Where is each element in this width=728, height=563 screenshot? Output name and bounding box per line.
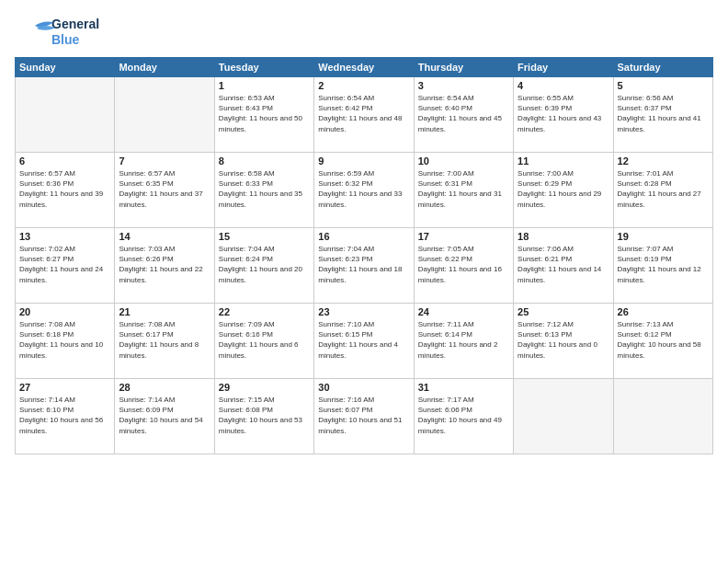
calendar-cell: 22 Sunrise: 7:09 AM Sunset: 6:16 PM Dayl… bbox=[214, 304, 313, 379]
sunset: Sunset: 6:07 PM bbox=[318, 405, 409, 415]
calendar-cell: 30 Sunrise: 7:16 AM Sunset: 6:07 PM Dayl… bbox=[314, 379, 414, 454]
day-number: 8 bbox=[219, 155, 310, 167]
daylight: Daylight: 11 hours and 41 minutes. bbox=[618, 113, 709, 133]
day-info: Sunrise: 7:07 AM Sunset: 6:19 PM Dayligh… bbox=[618, 244, 709, 285]
daylight: Daylight: 11 hours and 39 minutes. bbox=[19, 189, 110, 209]
weekday-header-thursday: Thursday bbox=[414, 58, 513, 77]
daylight: Daylight: 11 hours and 48 minutes. bbox=[318, 113, 409, 133]
day-info: Sunrise: 7:01 AM Sunset: 6:28 PM Dayligh… bbox=[618, 168, 709, 210]
day-number: 25 bbox=[518, 306, 609, 317]
day-number: 1 bbox=[219, 80, 310, 91]
sunrise: Sunrise: 6:56 AM bbox=[618, 93, 709, 103]
sunrise: Sunrise: 6:59 AM bbox=[318, 168, 409, 178]
day-info: Sunrise: 7:09 AM Sunset: 6:16 PM Dayligh… bbox=[219, 319, 310, 361]
calendar-cell: 16 Sunrise: 7:04 AM Sunset: 6:23 PM Dayl… bbox=[314, 228, 414, 304]
sunset: Sunset: 6:16 PM bbox=[219, 329, 310, 339]
day-number: 3 bbox=[418, 80, 509, 91]
weekday-header-row: SundayMondayTuesdayWednesdayThursdayFrid… bbox=[16, 58, 713, 77]
sunrise: Sunrise: 7:08 AM bbox=[19, 319, 110, 329]
logo: General Blue bbox=[15, 15, 99, 50]
sunset: Sunset: 6:09 PM bbox=[119, 405, 210, 415]
sunset: Sunset: 6:33 PM bbox=[219, 178, 310, 189]
calendar-cell: 28 Sunrise: 7:14 AM Sunset: 6:09 PM Dayl… bbox=[115, 379, 214, 454]
daylight: Daylight: 11 hours and 18 minutes. bbox=[318, 264, 409, 284]
calendar-table: SundayMondayTuesdayWednesdayThursdayFrid… bbox=[15, 57, 713, 454]
day-number: 7 bbox=[119, 155, 210, 167]
sunset: Sunset: 6:08 PM bbox=[219, 405, 310, 415]
day-number: 23 bbox=[318, 306, 409, 317]
day-number: 30 bbox=[318, 382, 409, 393]
daylight: Daylight: 11 hours and 45 minutes. bbox=[418, 113, 509, 133]
day-number: 5 bbox=[618, 80, 709, 91]
sunrise: Sunrise: 6:57 AM bbox=[119, 168, 210, 178]
daylight: Daylight: 10 hours and 54 minutes. bbox=[119, 415, 210, 435]
calendar-cell: 25 Sunrise: 7:12 AM Sunset: 6:13 PM Dayl… bbox=[514, 304, 613, 379]
daylight: Daylight: 11 hours and 29 minutes. bbox=[518, 189, 609, 209]
daylight: Daylight: 11 hours and 14 minutes. bbox=[518, 264, 609, 284]
daylight: Daylight: 10 hours and 49 minutes. bbox=[418, 415, 509, 435]
sunset: Sunset: 6:37 PM bbox=[618, 103, 709, 113]
sunrise: Sunrise: 7:17 AM bbox=[418, 395, 509, 405]
day-number: 4 bbox=[518, 80, 609, 91]
calendar-cell: 21 Sunrise: 7:08 AM Sunset: 6:17 PM Dayl… bbox=[115, 304, 214, 379]
sunset: Sunset: 6:17 PM bbox=[119, 329, 210, 339]
day-number: 14 bbox=[119, 231, 210, 242]
day-number: 26 bbox=[618, 306, 709, 317]
sunset: Sunset: 6:14 PM bbox=[418, 329, 509, 339]
day-info: Sunrise: 6:56 AM Sunset: 6:37 PM Dayligh… bbox=[618, 93, 709, 134]
sunrise: Sunrise: 7:11 AM bbox=[418, 319, 509, 329]
calendar-cell: 6 Sunrise: 6:57 AM Sunset: 6:36 PM Dayli… bbox=[16, 153, 115, 228]
sunset: Sunset: 6:19 PM bbox=[618, 254, 709, 264]
calendar-cell bbox=[115, 77, 214, 153]
daylight: Daylight: 11 hours and 6 minutes. bbox=[219, 339, 310, 360]
calendar-cell: 23 Sunrise: 7:10 AM Sunset: 6:15 PM Dayl… bbox=[314, 304, 414, 379]
day-number: 18 bbox=[518, 231, 609, 242]
day-number: 17 bbox=[418, 231, 509, 242]
calendar-cell bbox=[514, 379, 613, 454]
day-info: Sunrise: 7:08 AM Sunset: 6:17 PM Dayligh… bbox=[119, 319, 210, 361]
day-number: 24 bbox=[418, 306, 509, 317]
day-number: 19 bbox=[618, 231, 709, 242]
day-number: 6 bbox=[19, 155, 110, 167]
day-info: Sunrise: 7:11 AM Sunset: 6:14 PM Dayligh… bbox=[418, 319, 509, 361]
day-info: Sunrise: 7:04 AM Sunset: 6:23 PM Dayligh… bbox=[318, 244, 409, 285]
daylight: Daylight: 11 hours and 12 minutes. bbox=[618, 264, 709, 284]
day-info: Sunrise: 7:04 AM Sunset: 6:24 PM Dayligh… bbox=[219, 244, 310, 285]
calendar-cell: 2 Sunrise: 6:54 AM Sunset: 6:42 PM Dayli… bbox=[314, 77, 414, 153]
sunrise: Sunrise: 6:53 AM bbox=[219, 93, 310, 103]
weekday-header-wednesday: Wednesday bbox=[314, 58, 414, 77]
sunrise: Sunrise: 6:57 AM bbox=[19, 168, 110, 178]
day-number: 21 bbox=[119, 306, 210, 317]
day-number: 10 bbox=[418, 155, 509, 167]
daylight: Daylight: 11 hours and 37 minutes. bbox=[119, 189, 210, 209]
sunrise: Sunrise: 7:08 AM bbox=[119, 319, 210, 329]
sunrise: Sunrise: 7:06 AM bbox=[518, 244, 609, 254]
sunset: Sunset: 6:22 PM bbox=[418, 254, 509, 264]
calendar-cell bbox=[16, 77, 115, 153]
sunrise: Sunrise: 6:55 AM bbox=[518, 93, 609, 103]
sunset: Sunset: 6:28 PM bbox=[618, 178, 709, 189]
day-number: 12 bbox=[618, 155, 709, 167]
calendar-cell: 17 Sunrise: 7:05 AM Sunset: 6:22 PM Dayl… bbox=[414, 228, 513, 304]
calendar-cell: 24 Sunrise: 7:11 AM Sunset: 6:14 PM Dayl… bbox=[414, 304, 513, 379]
daylight: Daylight: 11 hours and 10 minutes. bbox=[19, 339, 110, 360]
day-info: Sunrise: 6:59 AM Sunset: 6:32 PM Dayligh… bbox=[318, 168, 409, 210]
day-info: Sunrise: 6:53 AM Sunset: 6:43 PM Dayligh… bbox=[219, 93, 310, 134]
daylight: Daylight: 11 hours and 8 minutes. bbox=[119, 339, 210, 360]
day-info: Sunrise: 7:03 AM Sunset: 6:26 PM Dayligh… bbox=[119, 244, 210, 285]
calendar-week-4: 20 Sunrise: 7:08 AM Sunset: 6:18 PM Dayl… bbox=[16, 304, 713, 379]
daylight: Daylight: 10 hours and 53 minutes. bbox=[219, 415, 310, 435]
calendar-cell: 1 Sunrise: 6:53 AM Sunset: 6:43 PM Dayli… bbox=[214, 77, 313, 153]
calendar-cell: 11 Sunrise: 7:00 AM Sunset: 6:29 PM Dayl… bbox=[514, 153, 613, 228]
sunset: Sunset: 6:13 PM bbox=[518, 329, 609, 339]
sunset: Sunset: 6:35 PM bbox=[119, 178, 210, 189]
day-info: Sunrise: 7:10 AM Sunset: 6:15 PM Dayligh… bbox=[318, 319, 409, 361]
day-info: Sunrise: 7:08 AM Sunset: 6:18 PM Dayligh… bbox=[19, 319, 110, 361]
sunrise: Sunrise: 7:00 AM bbox=[518, 168, 609, 178]
day-info: Sunrise: 7:05 AM Sunset: 6:22 PM Dayligh… bbox=[418, 244, 509, 285]
sunset: Sunset: 6:40 PM bbox=[418, 103, 509, 113]
sunrise: Sunrise: 7:13 AM bbox=[618, 319, 709, 329]
day-number: 20 bbox=[19, 306, 110, 317]
daylight: Daylight: 11 hours and 2 minutes. bbox=[418, 339, 509, 360]
day-number: 28 bbox=[119, 382, 210, 393]
